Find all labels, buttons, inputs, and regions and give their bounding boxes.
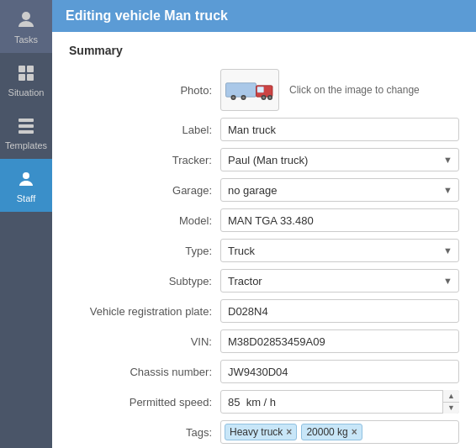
chassis-field-label: Chassis number: <box>69 366 220 378</box>
label-row: Label: <box>69 118 459 141</box>
svg-rect-7 <box>19 130 34 134</box>
vrp-input[interactable] <box>220 299 459 323</box>
chassis-row: Chassis number: <box>69 360 459 383</box>
photo-area: Click on the image to change <box>220 69 420 111</box>
type-select-wrapper: Truck ▼ <box>220 239 459 262</box>
tags-row: Tags: Heavy truck × 20000 kg × <box>69 420 459 444</box>
svg-point-19 <box>269 97 272 99</box>
sidebar-item-templates[interactable]: Templates <box>0 106 52 159</box>
main-content: Editing vehicle Man truck Summary Photo: <box>52 0 476 448</box>
tag-heavy-truck: Heavy truck × <box>225 424 297 440</box>
svg-rect-1 <box>19 66 25 72</box>
svg-rect-5 <box>19 119 34 122</box>
tags-wrapper[interactable]: Heavy truck × 20000 kg × <box>220 420 459 444</box>
staff-icon <box>14 167 38 191</box>
situation-icon <box>14 61 38 85</box>
sidebar-item-situation[interactable]: Situation <box>0 53 52 106</box>
garage-row: Garage: no garage ▼ <box>69 178 459 202</box>
section-title: Summary <box>69 44 459 57</box>
model-field-label: Model: <box>69 214 220 227</box>
sidebar-templates-label: Templates <box>5 140 47 150</box>
tracker-select[interactable]: Paul (Man truck) <box>220 148 459 171</box>
sidebar-item-tasks[interactable]: Tasks <box>0 0 52 53</box>
page-body: Summary Photo: <box>52 32 476 448</box>
photo-row: Photo: <box>69 69 459 111</box>
photo-box[interactable] <box>220 69 279 111</box>
svg-point-15 <box>242 97 245 99</box>
tag-heavy-truck-close[interactable]: × <box>286 426 292 438</box>
subtype-select-wrapper: Tractor ▼ <box>220 269 459 293</box>
label-input[interactable] <box>220 118 459 141</box>
subtype-row: Subtype: Tractor ▼ <box>69 269 459 293</box>
templates-icon <box>14 114 38 138</box>
speed-spinner-buttons: ▲ ▼ <box>442 390 459 414</box>
speed-input[interactable] <box>220 390 459 414</box>
subtype-select[interactable]: Tractor <box>220 269 459 293</box>
truck-image <box>225 73 275 107</box>
svg-point-8 <box>23 172 29 179</box>
sidebar-item-staff[interactable]: Staff <box>0 159 52 212</box>
subtype-field-label: Subtype: <box>69 275 220 287</box>
vin-field-label: VIN: <box>69 335 220 348</box>
tracker-row: Tracker: Paul (Man truck) ▼ <box>69 148 459 171</box>
speed-spinner-wrapper: ▲ ▼ <box>220 390 459 414</box>
sidebar: Tasks Situation Templates <box>0 0 52 448</box>
vin-row: VIN: <box>69 329 459 353</box>
garage-select[interactable]: no garage <box>220 178 459 202</box>
vrp-row: Vehicle registration plate: <box>69 299 459 323</box>
tag-20000kg-close[interactable]: × <box>352 426 357 438</box>
type-field-label: Type: <box>69 245 220 257</box>
photo-hint: Click on the image to change <box>289 84 420 96</box>
svg-rect-6 <box>19 124 34 128</box>
type-select[interactable]: Truck <box>220 239 459 262</box>
tracker-field-label: Tracker: <box>69 154 220 166</box>
photo-label: Photo: <box>69 84 220 97</box>
svg-point-0 <box>22 12 30 20</box>
vrp-field-label: Vehicle registration plate: <box>69 305 220 318</box>
page-header: Editing vehicle Man truck <box>52 0 476 32</box>
tracker-select-wrapper: Paul (Man truck) ▼ <box>220 148 459 171</box>
type-row: Type: Truck ▼ <box>69 239 459 262</box>
svg-point-13 <box>232 97 235 99</box>
model-row: Model: <box>69 208 459 232</box>
garage-field-label: Garage: <box>69 184 220 197</box>
chassis-input[interactable] <box>220 360 459 383</box>
model-input[interactable] <box>220 208 459 232</box>
garage-select-wrapper: no garage ▼ <box>220 178 459 202</box>
svg-rect-4 <box>27 74 34 81</box>
speed-decrement-button[interactable]: ▼ <box>443 403 459 414</box>
sidebar-staff-label: Staff <box>17 193 35 203</box>
tag-heavy-truck-label: Heavy truck <box>230 426 283 438</box>
speed-increment-button[interactable]: ▲ <box>443 390 459 403</box>
sidebar-situation-label: Situation <box>8 87 45 98</box>
vin-input[interactable] <box>220 329 459 353</box>
svg-rect-2 <box>27 66 34 72</box>
tags-field-label: Tags: <box>69 426 220 439</box>
label-field-label: Label: <box>69 124 220 136</box>
sidebar-tasks-label: Tasks <box>14 34 38 45</box>
svg-rect-11 <box>257 87 264 92</box>
speed-row: Permitted speed: ▲ ▼ <box>69 390 459 414</box>
tag-20000kg: 20000 kg × <box>301 424 362 440</box>
page-title: Editing vehicle Man truck <box>66 8 228 23</box>
svg-point-17 <box>262 97 265 99</box>
tag-20000kg-label: 20000 kg <box>306 426 347 438</box>
svg-rect-3 <box>19 74 25 81</box>
speed-field-label: Permitted speed: <box>69 396 220 408</box>
tasks-icon <box>14 8 38 32</box>
svg-rect-9 <box>226 83 257 98</box>
